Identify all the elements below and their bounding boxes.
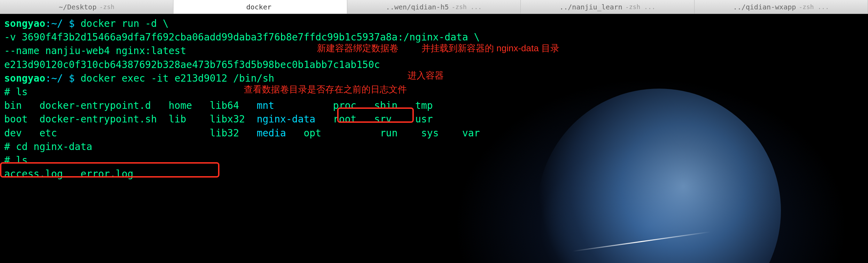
tab-bar: ~/Desktop -zsh docker ..wen/qidian-h5 -z… (0, 0, 868, 14)
tab-shell: -zsh ... (799, 3, 829, 10)
cmd-cd: # cd nginx-data (4, 140, 864, 153)
tab-qidian-h5[interactable]: ..wen/qidian-h5 -zsh ... (347, 0, 521, 14)
command: docker run -d \ (80, 18, 169, 29)
prompt-line-1: songyao:~/ $ docker run -d \ (4, 17, 864, 30)
cmd-ls: # ls (4, 85, 864, 99)
sep: : (45, 73, 51, 84)
tab-shell: -zsh (99, 3, 114, 10)
prompt-symbol: $ (63, 18, 81, 29)
ls-row-1: bin docker-entrypoint.d home lib64 mnt p… (4, 99, 864, 112)
tab-nanjiu-learn[interactable]: ../nanjiu_learn -zsh ... (521, 0, 694, 14)
tab-shell: -zsh ... (625, 3, 656, 10)
dir-media: media (257, 127, 286, 139)
tab-label: ~/Desktop (59, 3, 96, 11)
annotation-enter-container: 进入容器 (408, 69, 444, 82)
prompt-symbol: $ (63, 73, 81, 84)
ls-text: boot docker-entrypoint.sh lib libx32 (4, 113, 257, 125)
ls-text: dev etc (4, 127, 169, 139)
dir-nginx-data: nginx-data (257, 113, 316, 125)
ls-row-3: dev etc lib32 media opt run sys var (4, 126, 864, 140)
tab-docker[interactable]: docker (173, 0, 347, 14)
tab-qidian-wxapp[interactable]: ../qidian-wxapp -zsh ... (695, 0, 868, 14)
ls-row-2: boot docker-entrypoint.sh lib libx32 ngi… (4, 112, 864, 126)
command: docker exec -it e213d9012 /bin/sh (80, 73, 274, 84)
path: ~/ (51, 73, 63, 84)
annotation-mount-dir: 并挂载到新容器的 nginx-data 目录 (421, 42, 559, 54)
terminal-content: songyao:~/ $ docker run -d \ -v 3690f4f3… (4, 17, 864, 181)
tab-label: docker (246, 3, 271, 11)
ls-opt: opt (286, 127, 321, 139)
annotation-create-volume: 新建容器绑定数据卷 (317, 42, 398, 54)
tab-label: ../nanjiu_learn (559, 3, 622, 11)
highlight-nginx-data (337, 107, 414, 123)
dir-mnt: mnt (257, 100, 274, 111)
sep: : (45, 18, 51, 29)
user: songyao (4, 18, 45, 29)
terminal-pane[interactable]: songyao:~/ $ docker run -d \ -v 3690f4f3… (0, 14, 868, 263)
tab-label: ../qidian-wxapp (733, 3, 796, 11)
path: ~/ (51, 18, 63, 29)
tab-desktop[interactable]: ~/Desktop -zsh (0, 0, 173, 14)
annotation-check-logs: 查看数据卷目录是否存在之前的日志文件 (244, 83, 407, 96)
user: songyao (4, 73, 45, 84)
tab-label: ..wen/qidian-h5 (386, 3, 449, 11)
highlight-logs (0, 162, 219, 178)
ls-text: run sys var (321, 127, 480, 139)
ls-text: lib32 (169, 127, 257, 139)
tab-shell: -zsh ... (451, 3, 482, 10)
ls-text: bin docker-entrypoint.d home lib64 (4, 100, 257, 111)
